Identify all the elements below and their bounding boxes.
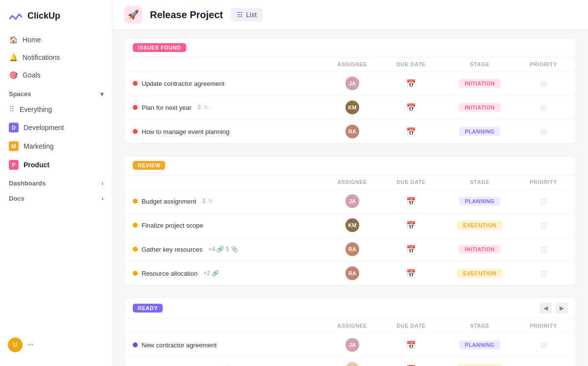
section-review-header: REVIEW [125,156,576,175]
sidebar-item-development-label: Development [24,124,64,131]
priority-icon: ⊟ [540,245,547,254]
avatar: JA [345,77,359,90]
priority-icon: ⊟ [540,340,547,350]
col-task [133,61,323,67]
spaces-header[interactable]: Spaces ▾ [0,84,112,101]
sidebar-item-everything-label: Everything [20,105,52,113]
date-cell: 📅 [382,197,441,206]
table-row[interactable]: Update contractor agreement JA 📅 INITIAT… [125,72,576,96]
table-row[interactable]: Gather key resources +4 🔗 5 📎 RA 📅 INITI… [125,237,576,261]
priority-cell: ⊟ [519,127,568,136]
issues-badge: ISSUES FOUND [133,43,186,52]
section-ready-header: READY ◀ ▶ [125,298,576,319]
docs-section[interactable]: Docs › [0,190,112,205]
priority-cell: ⊟ [519,79,568,88]
calendar-icon: 📅 [406,197,416,206]
stage-badge: INITIATION [459,245,500,254]
avatar: KM [345,101,359,114]
task-name: How to manage event planning [133,128,323,135]
col-duedate-2: DUE DATE [382,323,441,329]
sidebar-item-marketing-label: Marketing [24,142,53,150]
ready-next-button[interactable]: ▶ [556,303,568,314]
stage-badge: INITIATION [459,103,500,112]
table-row[interactable]: Resource allocation +2 🔗 RA 📅 EXECUTION … [125,261,576,285]
task-extras: +2 🔗 [203,270,219,277]
sidebar-user: U ••• [0,332,112,358]
stage-cell: INITIATION [441,245,519,254]
task-extras: 3 ↻ [202,198,213,205]
priority-cell: ⊟ [519,103,568,112]
spaces-chevron-icon: ▾ [100,91,103,98]
priority-cell: ⊟ [519,340,568,350]
sidebar: ClickUp 🏠 Home 🔔 Notifications 🎯 Goals S… [0,0,113,366]
sidebar-item-development[interactable]: D Development [4,119,108,136]
priority-dot-yellow [133,223,138,228]
col-assignee-0: ASSIGNEE [323,61,382,67]
ready-table-header: ASSIGNEE DUE DATE STAGE PRIORITY [125,319,576,333]
assignee-cell: RA [323,242,382,256]
calendar-icon: 📅 [406,103,416,112]
product-avatar: P [9,160,19,170]
priority-dot-red [133,81,138,86]
table-row[interactable]: How to manage event planning RA 📅 PLANNI… [125,120,576,143]
ready-extras: ◀ ▶ [539,303,568,314]
table-row[interactable]: Plan for next year 3 ↻ KM 📅 INITIATION ⊟ [125,96,576,120]
col-stage-0: STAGE [441,61,519,67]
list-tab[interactable]: ☰ List [231,8,263,22]
avatar: KM [345,218,359,232]
priority-icon: ⊟ [540,221,547,230]
stage-cell: EXECUTION [441,221,519,230]
section-review: REVIEW ASSIGNEE DUE DATE STAGE PRIORITY … [124,156,576,286]
priority-icon: ⊟ [540,197,547,206]
assignee-cell: LB [323,362,382,366]
section-issues: ISSUES FOUND ASSIGNEE DUE DATE STAGE PRI… [124,38,576,144]
task-name: New contractor agreement [133,341,323,349]
marketing-avatar: M [9,141,19,151]
avatar: JA [345,338,359,352]
review-badge: REVIEW [133,161,165,170]
sidebar-item-home[interactable]: 🏠 Home [4,31,108,48]
avatar: LB [345,362,359,366]
task-name: Budget assignment 3 ↻ [133,198,323,205]
col-task-1 [133,179,323,185]
sidebar-item-product[interactable]: P Product [4,156,108,174]
table-row[interactable]: Refresh company website 5 📎 LB 📅 EXECUTI… [125,357,576,366]
ready-prev-button[interactable]: ◀ [539,303,552,314]
table-row[interactable]: Budget assignment 3 ↻ JA 📅 PLANNING ⊟ [125,189,576,213]
col-priority-0: PRIORITY [519,61,568,67]
priority-dot-red [133,129,138,134]
priority-icon: ⊟ [540,127,547,136]
date-cell: 📅 [382,221,441,230]
table-row[interactable]: Finalize project scope KM 📅 EXECUTION ⊟ [125,213,576,237]
task-extras: 3 ↻ [197,104,209,111]
avatar: RA [345,266,359,280]
docs-label: Docs [9,195,24,202]
content-area: ISSUES FOUND ASSIGNEE DUE DATE STAGE PRI… [113,30,588,366]
sidebar-item-goals[interactable]: 🎯 Goals [4,67,108,83]
everything-grid-icon: ⠿ [9,105,15,114]
stage-cell: INITIATION [441,103,519,112]
user-avatar: U [8,338,23,352]
priority-cell: ⊟ [519,221,568,230]
task-name: Gather key resources +4 🔗 5 📎 [133,246,323,253]
sidebar-item-marketing[interactable]: M Marketing [4,137,108,155]
calendar-icon: 📅 [406,340,416,350]
user-status-dot: ••• [27,341,34,348]
table-row[interactable]: New contractor agreement JA 📅 PLANNING ⊟ [125,333,576,357]
home-icon: 🏠 [9,35,18,44]
calendar-icon: 📅 [406,365,416,366]
calendar-icon: 📅 [406,269,416,278]
task-name: Update contractor agreement [133,80,323,87]
sidebar-item-everything[interactable]: ⠿ Everything [4,101,108,118]
avatar: JA [345,194,359,208]
assignee-cell: JA [323,77,382,90]
col-duedate-0: DUE DATE [382,61,441,67]
col-priority-1: PRIORITY [519,179,568,185]
assignee-cell: RA [323,125,382,138]
priority-icon: ⊟ [540,365,547,366]
sidebar-item-notifications[interactable]: 🔔 Notifications [4,49,108,66]
dashboards-label: Dashboards [9,180,46,187]
dashboards-section[interactable]: Dashboards › [0,175,112,190]
col-duedate-1: DUE DATE [382,179,441,185]
page-title: Release Project [150,9,223,21]
